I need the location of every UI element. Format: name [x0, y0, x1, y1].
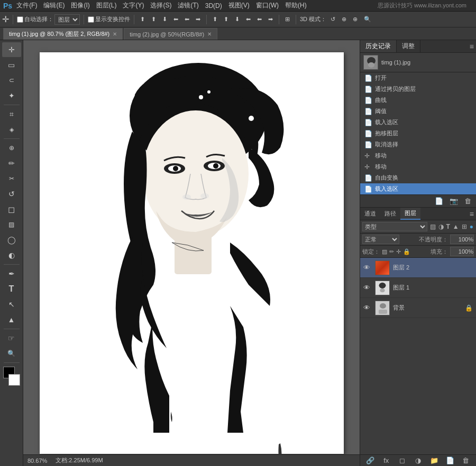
lock-paint-icon[interactable]: ✏ [389, 248, 394, 255]
history-item-10[interactable]: 📄 载入选区 [360, 183, 476, 194]
filter-toggle[interactable]: ● [469, 222, 474, 231]
menu-layer[interactable]: 图层(L) [96, 1, 117, 10]
layers-trash-btn[interactable]: 🗑 [459, 456, 473, 464]
opacity-input[interactable] [450, 235, 474, 244]
history-item-9[interactable]: 📄 自由变换 [360, 172, 476, 183]
menu-edit[interactable]: 编辑(E) [43, 1, 65, 10]
menu-3d[interactable]: 3D(D) [205, 2, 222, 10]
align-left-btn[interactable]: ⬅ [171, 15, 180, 24]
text-tool[interactable]: T [2, 282, 21, 296]
tab-0[interactable]: timg (1).jpg @ 80.7% (图层 2, RGB/8#) ✕ [3, 28, 123, 40]
shape-tool[interactable]: ▲ [2, 312, 21, 327]
history-item-2[interactable]: 📄 曲线 [360, 95, 476, 106]
clone-tool[interactable]: ✂ [2, 171, 21, 186]
layers-group-btn[interactable]: 📁 [427, 456, 441, 464]
menu-image[interactable]: 图像(I) [71, 1, 89, 10]
layers-tab[interactable]: 图层 [400, 208, 420, 220]
history-item-3[interactable]: 📄 阈值 [360, 106, 476, 117]
blur-tool[interactable]: ◯ [2, 232, 21, 247]
layers-delete-btn[interactable]: 🗑 [463, 197, 473, 206]
filter-adjust-icon[interactable]: ◑ [438, 222, 444, 231]
history-item-1[interactable]: 📄 通过拷贝的图层 [360, 83, 476, 95]
background-color[interactable] [8, 374, 20, 386]
layer-item-2[interactable]: 👁 图层 2 [360, 258, 476, 278]
magic-wand-tool[interactable]: ✦ [2, 88, 21, 103]
menu-text[interactable]: 文字(Y) [123, 1, 144, 10]
align-top-btn[interactable]: ⬆ [138, 15, 147, 24]
pen-tool[interactable]: ✒ [2, 266, 21, 281]
distribute-btn-5[interactable]: ⬅ [255, 15, 264, 24]
distribute-btn-3[interactable]: ⬇ [233, 15, 242, 24]
filter-text-icon[interactable]: T [446, 222, 451, 231]
layer-bg-visibility[interactable]: 👁 [363, 304, 372, 312]
layers-panel-menu[interactable]: ≡ [470, 208, 476, 220]
crop-tool[interactable]: ⌗ [2, 107, 21, 122]
history-item-0[interactable]: 📄 打开 [360, 72, 476, 83]
history-item-4[interactable]: 📄 载入选区 [360, 117, 476, 128]
menu-window[interactable]: 窗口(W) [256, 1, 279, 10]
tab-1-close[interactable]: ✕ [207, 31, 212, 37]
filter-shape-icon[interactable]: ▲ [452, 222, 460, 231]
heal-tool[interactable]: ⊕ [2, 141, 21, 155]
history-panel-menu[interactable]: ≡ [470, 40, 476, 52]
align-bottom-btn[interactable]: ⬇ [160, 15, 169, 24]
layers-new-layer-btn[interactable]: 📄 [443, 456, 457, 464]
layers-new-btn[interactable]: 📄 [433, 197, 445, 206]
3d-btn-1[interactable]: ↺ [328, 15, 337, 24]
path-select-tool[interactable]: ↖ [2, 297, 21, 312]
zoom-tool[interactable]: 🔍 [2, 346, 21, 361]
lock-position-icon[interactable]: ✛ [396, 248, 401, 255]
filter-smart-icon[interactable]: ⊞ [461, 222, 468, 231]
layers-filter-select[interactable]: 类型 名称 效果 模式 属性 [362, 222, 427, 231]
gradient-tool[interactable]: ▨ [2, 217, 21, 232]
layers-adjustment-btn[interactable]: ◑ [411, 456, 425, 464]
marquee-tool[interactable]: ▭ [2, 58, 21, 72]
search-btn[interactable]: 🔍 [362, 15, 373, 24]
layer-2-visibility[interactable]: 👁 [363, 264, 372, 272]
history-brush-tool[interactable]: ↺ [2, 187, 21, 201]
hand-tool[interactable]: ☞ [2, 331, 21, 346]
layer-item-1[interactable]: 👁 图层 1 [360, 278, 476, 298]
menu-view[interactable]: 视图(V) [228, 1, 250, 10]
menu-select[interactable]: 选择(S) [150, 1, 171, 10]
history-item-8[interactable]: ✛ 移动 [360, 161, 476, 172]
menu-file[interactable]: 文件(F) [16, 1, 37, 10]
3d-btn-2[interactable]: ⊕ [340, 15, 349, 24]
filter-pixel-icon[interactable]: ▨ [429, 222, 436, 231]
lock-all-icon[interactable]: 🔒 [403, 248, 410, 255]
adjust-tab[interactable]: 调整 [397, 40, 420, 52]
lock-transparent-icon[interactable]: ▨ [382, 248, 387, 255]
dodge-tool[interactable]: ◐ [2, 248, 21, 263]
lasso-tool[interactable]: ⊂ [2, 73, 21, 88]
history-item-7[interactable]: ✛ 移动 [360, 150, 476, 161]
layers-mode-select[interactable]: 正常 溶解 正片叠底 滤色 [362, 235, 399, 244]
history-item-6[interactable]: 📄 取消选择 [360, 139, 476, 150]
auto-select-dropdown[interactable]: 图层 组 [54, 14, 80, 25]
align-hcenter-btn[interactable]: ⬅ [182, 15, 191, 24]
distribute-btn-4[interactable]: ⬅ [244, 15, 253, 24]
align-right-btn[interactable]: ➡ [194, 15, 203, 24]
eyedropper-tool[interactable]: ◈ [2, 122, 21, 137]
distribute-btn-2[interactable]: ⬆ [222, 15, 231, 24]
layer-item-bg[interactable]: 👁 背景 🔒 [360, 298, 476, 318]
history-tab[interactable]: 历史记录 [360, 40, 397, 52]
history-item-5[interactable]: 📄 抱移图层 [360, 128, 476, 139]
show-transform-checkbox[interactable] [88, 16, 94, 23]
tab-0-close[interactable]: ✕ [113, 31, 117, 37]
arrange-btn[interactable]: ⊞ [283, 15, 292, 24]
distribute-btn-6[interactable]: ➡ [266, 15, 275, 24]
layers-mask-btn[interactable]: ◻ [395, 456, 409, 464]
3d-btn-3[interactable]: ⊕ [351, 15, 360, 24]
fill-input[interactable] [450, 247, 474, 256]
layer-1-visibility[interactable]: 👁 [363, 284, 372, 292]
auto-select-checkbox[interactable] [17, 16, 23, 23]
align-vcenter-btn[interactable]: ⬆ [149, 15, 158, 24]
menu-filter[interactable]: 滤镜(T) [178, 1, 198, 10]
menu-help[interactable]: 帮助(H) [285, 1, 307, 10]
paths-tab[interactable]: 路径 [380, 208, 400, 220]
layers-fx-btn[interactable]: fx [379, 456, 393, 464]
layers-camera-btn[interactable]: 📷 [448, 197, 460, 206]
eraser-tool[interactable]: ◻ [2, 202, 21, 217]
layers-link-btn[interactable]: 🔗 [363, 456, 377, 464]
distribute-btn-1[interactable]: ⬆ [210, 15, 219, 24]
